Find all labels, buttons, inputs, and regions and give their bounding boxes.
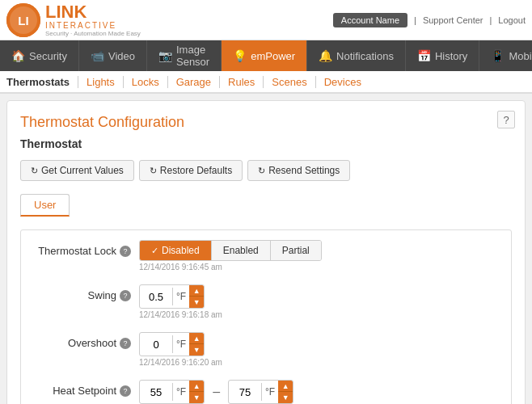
- thermostat-lock-disabled[interactable]: ✓ Disabled: [140, 241, 212, 260]
- help-button[interactable]: ?: [497, 111, 515, 128]
- support-center-link[interactable]: Support Center: [423, 15, 483, 25]
- tab-notifications-label: Notifications: [336, 50, 394, 62]
- heat-setpoint-dash: –: [208, 385, 225, 399]
- refresh-icon-3: ↻: [258, 166, 265, 176]
- tab-history[interactable]: 📅 History: [406, 40, 479, 71]
- thermostat-lock-label: Thermostat Lock ?: [34, 240, 131, 257]
- tab-image-sensor[interactable]: 📷 Image Sensor: [147, 40, 222, 71]
- empower-icon: 💡: [233, 49, 247, 62]
- swing-up-arrow[interactable]: ▲: [189, 285, 204, 297]
- overshoot-label: Overshoot ?: [34, 332, 131, 349]
- tab-empower-label: emPower: [251, 50, 295, 62]
- heat-setpoint-input-1[interactable]: [140, 383, 172, 402]
- swing-control: °F ▲ ▼ 12/14/2016 9:16:18 am: [139, 284, 222, 319]
- heat-setpoint-down-1[interactable]: ▼: [189, 392, 204, 403]
- separator: |: [414, 15, 416, 25]
- heat-setpoint-arrows-2: ▲ ▼: [278, 381, 293, 403]
- action-buttons: ↻ Get Current Values ↻ Restore Defaults …: [20, 160, 512, 181]
- logo-link-text: LINK: [45, 3, 141, 21]
- settings-section: Thermostat Lock ? ✓ Disabled Enabled Par…: [20, 229, 512, 404]
- refresh-icon-2: ↻: [150, 166, 157, 176]
- get-current-values-button[interactable]: ↻ Get Current Values: [20, 160, 134, 181]
- swing-timestamp: 12/14/2016 9:16:18 am: [139, 310, 222, 319]
- swing-down-arrow[interactable]: ▼: [189, 297, 204, 308]
- heat-setpoint-spinner-1: °F ▲ ▼: [139, 380, 205, 404]
- overshoot-row: Overshoot ? °F ▲ ▼ 12/14/2016 9:16:20 am: [34, 332, 498, 367]
- swing-help[interactable]: ?: [120, 290, 131, 301]
- heat-setpoint-control: °F ▲ ▼ – °F ▲ ▼: [139, 380, 354, 404]
- restore-defaults-label: Restore Defaults: [160, 165, 232, 176]
- subnav-rules[interactable]: Rules: [220, 76, 264, 88]
- restore-defaults-button[interactable]: ↻ Restore Defaults: [139, 160, 243, 181]
- subnav-devices[interactable]: Devices: [316, 76, 369, 88]
- thermostat-lock-help[interactable]: ?: [120, 246, 131, 257]
- swing-unit: °F: [172, 288, 189, 305]
- thermostat-lock-enabled[interactable]: Enabled: [212, 241, 271, 260]
- overshoot-input[interactable]: [140, 335, 172, 354]
- heat-setpoint-wrap: °F ▲ ▼ – °F ▲ ▼: [139, 380, 354, 404]
- logo-tagline-text: Security · Automation Made Easy: [45, 30, 141, 37]
- history-icon: 📅: [417, 49, 431, 62]
- swing-label: Swing ?: [34, 284, 131, 301]
- logo-area: LI LINK INTERACTIVE Security · Automatio…: [6, 3, 141, 37]
- tab-security[interactable]: 🏠 Security: [0, 40, 79, 71]
- tab-video[interactable]: 📹 Video: [79, 40, 147, 71]
- security-icon: 🏠: [11, 49, 25, 62]
- resend-settings-button[interactable]: ↻ Resend Settings: [247, 160, 350, 181]
- user-tab[interactable]: User: [20, 194, 70, 217]
- subnav-lights[interactable]: Lights: [78, 76, 124, 88]
- tab-empower[interactable]: 💡 emPower: [222, 40, 307, 71]
- heat-setpoint-label: Heat Setpoint ?: [34, 380, 131, 397]
- check-icon: ✓: [151, 246, 158, 256]
- thermostat-lock-partial[interactable]: Partial: [271, 241, 321, 260]
- heat-setpoint-row: Heat Setpoint ? °F ▲ ▼ –: [34, 380, 498, 404]
- swing-arrows: ▲ ▼: [189, 285, 204, 308]
- thermostat-lock-toggle: ✓ Disabled Enabled Partial: [139, 240, 322, 261]
- overshoot-arrows: ▲ ▼: [189, 333, 204, 356]
- refresh-icon-1: ↻: [31, 166, 38, 176]
- heat-setpoint-down-2[interactable]: ▼: [278, 392, 293, 403]
- heat-setpoint-up-1[interactable]: ▲: [189, 381, 204, 392]
- heat-setpoint-up-2[interactable]: ▲: [278, 381, 293, 392]
- overshoot-down-arrow[interactable]: ▼: [189, 344, 204, 356]
- get-current-values-label: Get Current Values: [41, 165, 124, 176]
- subnav-locks[interactable]: Locks: [124, 76, 168, 88]
- main-content: ? Thermostat Configuration Thermostat ↻ …: [6, 100, 526, 404]
- swing-input[interactable]: [140, 288, 172, 306]
- heat-setpoint-unit-1: °F: [172, 383, 189, 401]
- swing-spinner-wrap: °F ▲ ▼: [139, 284, 222, 309]
- heat-setpoint-input-2[interactable]: [229, 383, 261, 402]
- overshoot-help[interactable]: ?: [120, 338, 131, 349]
- tab-security-label: Security: [29, 50, 67, 62]
- heat-setpoint-help[interactable]: ?: [120, 385, 131, 397]
- heat-setpoint-arrows-1: ▲ ▼: [189, 381, 204, 403]
- top-right-area: Account Name | Support Center | Logout: [333, 13, 526, 27]
- separator2: |: [489, 15, 492, 25]
- logo-interactive-text: INTERACTIVE: [45, 21, 141, 30]
- heat-setpoint-unit-2: °F: [261, 383, 278, 401]
- overshoot-control: °F ▲ ▼ 12/14/2016 9:16:20 am: [139, 332, 222, 367]
- logout-link[interactable]: Logout: [498, 15, 526, 25]
- notifications-icon: 🔔: [319, 49, 332, 62]
- page-title: Thermostat Configuration: [20, 114, 512, 131]
- video-icon: 📹: [91, 49, 104, 62]
- swing-spinner: °F ▲ ▼: [139, 284, 205, 309]
- resend-settings-label: Resend Settings: [268, 165, 340, 176]
- heat-setpoint-spinner-2: °F ▲ ▼: [228, 380, 293, 404]
- overshoot-up-arrow[interactable]: ▲: [189, 333, 204, 344]
- subnav-thermostats[interactable]: Thermostats: [6, 76, 78, 88]
- logo-text: LINK INTERACTIVE Security · Automation M…: [45, 3, 141, 37]
- tab-image-sensor-label: Image Sensor: [176, 44, 209, 68]
- svg-text:LI: LI: [18, 14, 28, 27]
- tab-mobile[interactable]: 📱 Mobile: [479, 40, 532, 71]
- swing-row: Swing ? °F ▲ ▼ 12/14/2016 9:16:18 am: [34, 284, 498, 319]
- overshoot-timestamp: 12/14/2016 9:16:20 am: [139, 358, 222, 367]
- tab-notifications[interactable]: 🔔 Notifications: [307, 40, 406, 71]
- tab-mobile-label: Mobile: [509, 50, 532, 62]
- image-sensor-icon: 📷: [158, 49, 172, 62]
- nav-tabs: 🏠 Security 📹 Video 📷 Image Sensor 💡 emPo…: [0, 40, 532, 71]
- top-bar: LI LINK INTERACTIVE Security · Automatio…: [0, 0, 532, 40]
- subnav-scenes[interactable]: Scenes: [264, 76, 315, 88]
- subnav-garage[interactable]: Garage: [168, 76, 220, 88]
- section-title: Thermostat: [20, 137, 512, 150]
